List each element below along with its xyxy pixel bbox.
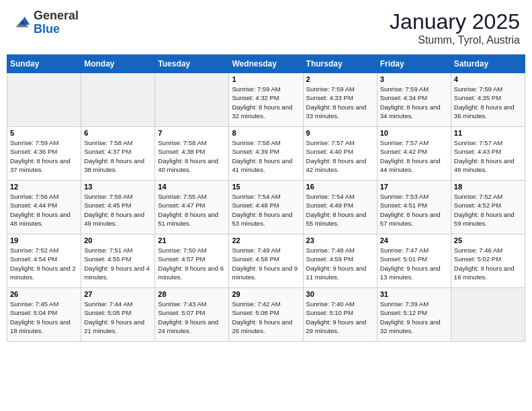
day-number: 27 <box>84 290 152 298</box>
calendar-cell: 15Sunrise: 7:54 AM Sunset: 4:48 PM Dayli… <box>229 181 303 234</box>
day-detail: Sunrise: 7:55 AM Sunset: 4:47 PM Dayligh… <box>158 192 226 228</box>
day-number: 31 <box>380 290 448 298</box>
calendar-cell: 7Sunrise: 7:58 AM Sunset: 4:38 PM Daylig… <box>155 127 229 181</box>
day-number: 28 <box>158 290 226 298</box>
calendar-cell: 30Sunrise: 7:40 AM Sunset: 5:10 PM Dayli… <box>303 288 377 342</box>
weekday-header-row: SundayMondayTuesdayWednesdayThursdayFrid… <box>7 55 525 73</box>
logo-general-text: General <box>34 9 79 22</box>
day-detail: Sunrise: 7:44 AM Sunset: 5:05 PM Dayligh… <box>84 300 152 335</box>
day-detail: Sunrise: 7:53 AM Sunset: 4:51 PM Dayligh… <box>380 192 448 228</box>
day-number: 25 <box>454 236 522 244</box>
calendar-week-row: 12Sunrise: 7:56 AM Sunset: 4:44 PM Dayli… <box>7 181 525 234</box>
day-number: 30 <box>306 290 374 298</box>
calendar-cell: 26Sunrise: 7:45 AM Sunset: 5:04 PM Dayli… <box>7 288 81 342</box>
day-detail: Sunrise: 7:54 AM Sunset: 4:48 PM Dayligh… <box>232 192 300 228</box>
day-number: 13 <box>84 183 152 191</box>
calendar-cell: 14Sunrise: 7:55 AM Sunset: 4:47 PM Dayli… <box>155 181 229 234</box>
day-number: 4 <box>454 75 522 83</box>
day-number: 2 <box>306 75 374 83</box>
day-number: 6 <box>84 129 152 137</box>
day-detail: Sunrise: 7:59 AM Sunset: 4:33 PM Dayligh… <box>306 85 374 120</box>
weekday-header: Saturday <box>451 55 525 73</box>
calendar-cell: 28Sunrise: 7:43 AM Sunset: 5:07 PM Dayli… <box>155 288 229 342</box>
day-number: 9 <box>306 129 374 137</box>
day-detail: Sunrise: 7:57 AM Sunset: 4:43 PM Dayligh… <box>454 138 522 174</box>
calendar-cell <box>155 73 229 127</box>
day-number: 14 <box>158 183 226 191</box>
calendar-cell: 24Sunrise: 7:47 AM Sunset: 5:01 PM Dayli… <box>377 234 451 288</box>
calendar-cell <box>451 288 525 342</box>
day-detail: Sunrise: 7:50 AM Sunset: 4:57 PM Dayligh… <box>158 246 226 281</box>
day-number: 21 <box>158 236 226 244</box>
logo-icon <box>12 13 31 32</box>
day-number: 1 <box>232 75 300 83</box>
calendar-cell <box>81 73 155 127</box>
calendar-cell: 11Sunrise: 7:57 AM Sunset: 4:43 PM Dayli… <box>451 127 525 181</box>
day-number: 3 <box>380 75 448 83</box>
day-number: 12 <box>10 183 78 191</box>
weekday-header: Wednesday <box>229 55 303 73</box>
day-detail: Sunrise: 7:57 AM Sunset: 4:40 PM Dayligh… <box>306 138 374 174</box>
day-detail: Sunrise: 7:56 AM Sunset: 4:44 PM Dayligh… <box>10 192 78 228</box>
weekday-header: Friday <box>377 55 451 73</box>
calendar-week-row: 26Sunrise: 7:45 AM Sunset: 5:04 PM Dayli… <box>7 288 525 342</box>
calendar-cell: 9Sunrise: 7:57 AM Sunset: 4:40 PM Daylig… <box>303 127 377 181</box>
calendar-cell: 17Sunrise: 7:53 AM Sunset: 4:51 PM Dayli… <box>377 181 451 234</box>
calendar-cell: 12Sunrise: 7:56 AM Sunset: 4:44 PM Dayli… <box>7 181 81 234</box>
logo: General Blue <box>12 9 79 36</box>
day-detail: Sunrise: 7:59 AM Sunset: 4:36 PM Dayligh… <box>10 138 78 174</box>
day-detail: Sunrise: 7:59 AM Sunset: 4:34 PM Dayligh… <box>380 85 448 120</box>
day-detail: Sunrise: 7:46 AM Sunset: 5:02 PM Dayligh… <box>454 246 522 281</box>
calendar-week-row: 1Sunrise: 7:59 AM Sunset: 4:32 PM Daylig… <box>7 73 525 127</box>
day-detail: Sunrise: 7:59 AM Sunset: 4:32 PM Dayligh… <box>232 85 300 120</box>
title-block: January 2025 Stumm, Tyrol, Austria <box>390 9 520 46</box>
day-number: 26 <box>10 290 78 298</box>
day-detail: Sunrise: 7:47 AM Sunset: 5:01 PM Dayligh… <box>380 246 448 281</box>
day-number: 19 <box>10 236 78 244</box>
calendar-cell: 19Sunrise: 7:52 AM Sunset: 4:54 PM Dayli… <box>7 234 81 288</box>
day-number: 16 <box>306 183 374 191</box>
day-detail: Sunrise: 7:49 AM Sunset: 4:58 PM Dayligh… <box>232 246 300 281</box>
calendar-cell: 23Sunrise: 7:48 AM Sunset: 4:59 PM Dayli… <box>303 234 377 288</box>
day-number: 7 <box>158 129 226 137</box>
day-number: 24 <box>380 236 448 244</box>
day-detail: Sunrise: 7:52 AM Sunset: 4:54 PM Dayligh… <box>10 246 78 281</box>
calendar-cell: 6Sunrise: 7:58 AM Sunset: 4:37 PM Daylig… <box>81 127 155 181</box>
calendar-cell: 31Sunrise: 7:39 AM Sunset: 5:12 PM Dayli… <box>377 288 451 342</box>
day-number: 20 <box>84 236 152 244</box>
day-detail: Sunrise: 7:54 AM Sunset: 4:49 PM Dayligh… <box>306 192 374 228</box>
weekday-header: Sunday <box>7 55 81 73</box>
calendar-cell: 10Sunrise: 7:57 AM Sunset: 4:42 PM Dayli… <box>377 127 451 181</box>
calendar-cell: 29Sunrise: 7:42 AM Sunset: 5:08 PM Dayli… <box>229 288 303 342</box>
day-detail: Sunrise: 7:51 AM Sunset: 4:55 PM Dayligh… <box>84 246 152 281</box>
calendar-cell: 1Sunrise: 7:59 AM Sunset: 4:32 PM Daylig… <box>229 73 303 127</box>
calendar-cell: 5Sunrise: 7:59 AM Sunset: 4:36 PM Daylig… <box>7 127 81 181</box>
day-number: 18 <box>454 183 522 191</box>
calendar-week-row: 5Sunrise: 7:59 AM Sunset: 4:36 PM Daylig… <box>7 127 525 181</box>
month-title: January 2025 <box>390 9 520 34</box>
day-number: 10 <box>380 129 448 137</box>
day-number: 11 <box>454 129 522 137</box>
calendar-week-row: 19Sunrise: 7:52 AM Sunset: 4:54 PM Dayli… <box>7 234 525 288</box>
day-detail: Sunrise: 7:43 AM Sunset: 5:07 PM Dayligh… <box>158 300 226 335</box>
calendar-cell: 20Sunrise: 7:51 AM Sunset: 4:55 PM Dayli… <box>81 234 155 288</box>
day-detail: Sunrise: 7:42 AM Sunset: 5:08 PM Dayligh… <box>232 300 300 335</box>
day-number: 5 <box>10 129 78 137</box>
day-detail: Sunrise: 7:57 AM Sunset: 4:42 PM Dayligh… <box>380 138 448 174</box>
day-detail: Sunrise: 7:45 AM Sunset: 5:04 PM Dayligh… <box>10 300 78 335</box>
day-detail: Sunrise: 7:56 AM Sunset: 4:45 PM Dayligh… <box>84 192 152 228</box>
weekday-header: Thursday <box>303 55 377 73</box>
calendar-cell: 13Sunrise: 7:56 AM Sunset: 4:45 PM Dayli… <box>81 181 155 234</box>
weekday-header: Tuesday <box>155 55 229 73</box>
day-number: 23 <box>306 236 374 244</box>
calendar-cell: 16Sunrise: 7:54 AM Sunset: 4:49 PM Dayli… <box>303 181 377 234</box>
day-detail: Sunrise: 7:48 AM Sunset: 4:59 PM Dayligh… <box>306 246 374 281</box>
calendar-cell: 2Sunrise: 7:59 AM Sunset: 4:33 PM Daylig… <box>303 73 377 127</box>
calendar-cell: 21Sunrise: 7:50 AM Sunset: 4:57 PM Dayli… <box>155 234 229 288</box>
calendar-cell <box>7 73 81 127</box>
day-number: 17 <box>380 183 448 191</box>
logo-blue-text: Blue <box>34 22 60 36</box>
day-number: 8 <box>232 129 300 137</box>
day-detail: Sunrise: 7:58 AM Sunset: 4:39 PM Dayligh… <box>232 138 300 174</box>
day-detail: Sunrise: 7:58 AM Sunset: 4:38 PM Dayligh… <box>158 138 226 174</box>
